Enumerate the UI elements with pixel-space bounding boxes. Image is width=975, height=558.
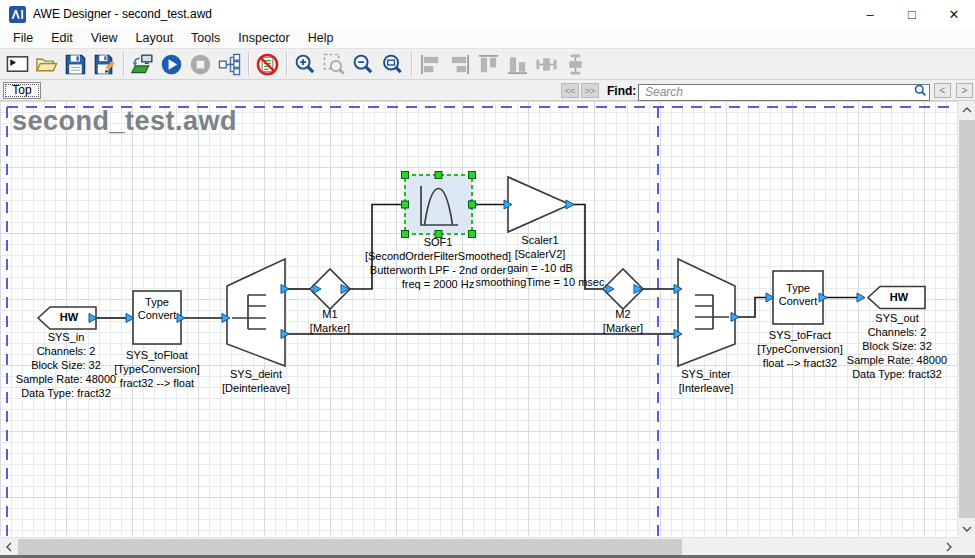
chevron-right-icon [946,542,952,552]
horizontal-scrollbar[interactable] [0,537,957,555]
label-line: Block Size: 32 [847,339,947,353]
window-title: AWE Designer - second_test.awd [33,7,212,21]
history-forward-button[interactable]: >> [581,83,599,98]
selection-handle[interactable] [469,201,476,208]
distribute-vertically-button[interactable] [561,50,590,78]
menu-inspector[interactable]: Inspector [229,29,298,47]
scroll-down-button[interactable] [958,520,975,537]
align-right-button[interactable] [445,50,474,78]
sys-tofract-shape-text: Type Convert [773,282,823,308]
menu-help[interactable]: Help [299,29,343,47]
label-line: SYS_toFloat [114,348,200,362]
close-button[interactable]: ✕ [933,0,975,28]
new-design-button[interactable] [3,50,32,78]
menu-layout[interactable]: Layout [127,29,183,47]
align-top-button[interactable] [474,50,503,78]
build-and-run-button[interactable] [157,50,186,78]
scrollbar-corner [957,537,975,555]
app-logo-icon [9,6,26,23]
zoom-out-icon [352,53,375,76]
selection-handle[interactable] [469,172,476,179]
stop-icon [189,53,212,76]
align-bottom-button[interactable] [503,50,532,78]
label-line: [TypeConversion] [757,342,843,356]
scroll-right-button[interactable] [940,538,957,556]
label-line: Sample Rate: 48000 [847,353,947,367]
menu-tools[interactable]: Tools [182,29,229,47]
toolbar-separator [248,52,249,76]
label-line: Channels: 2 [847,325,947,339]
open-design-button[interactable] [32,50,61,78]
label-line: SYS_in [16,330,116,344]
label-line: fract32 --> float [114,376,200,390]
zoom-selection-button[interactable] [320,50,349,78]
scroll-left-button[interactable] [0,538,17,556]
design-canvas[interactable]: second_test.awd HW Type Convert Type Con… [0,101,957,537]
align-right-icon [448,53,471,76]
label-line: [Marker] [603,321,643,335]
zoom-to-fit-button[interactable] [378,50,407,78]
distribute-vertical-icon [564,53,587,76]
open-folder-icon [35,53,58,76]
label-line: Sample Rate: 48000 [16,372,116,386]
sys-deint-label: SYS_deint [Deinterleave] [222,367,290,395]
new-design-icon [6,53,29,76]
label-line: float --> fract32 [757,356,843,370]
sys-in-shape-text: HW [46,311,92,324]
distribute-horizontally-button[interactable] [532,50,561,78]
toolbar-separator [411,52,412,76]
zoom-selection-icon [323,53,346,76]
profiling-disabled-button[interactable] [253,50,282,78]
label-line: SYS_out [847,311,947,325]
menubar: File Edit View Layout Tools Inspector He… [0,28,975,48]
minimize-button[interactable]: – [849,0,891,28]
chevron-up-icon [962,107,972,113]
label-line: Data Type: fract32 [847,367,947,381]
find-label: Find: [607,84,636,98]
zoom-out-button[interactable] [349,50,378,78]
save-button[interactable] [61,50,90,78]
propagate-changes-button[interactable] [215,50,244,78]
toolbar-separator [286,52,287,76]
save-as-button[interactable] [90,50,119,78]
toolbar-separator [123,52,124,76]
tab-top[interactable]: Top [3,82,41,99]
scroll-up-button[interactable] [958,101,975,118]
m1-label: M1 [Marker] [310,307,350,335]
label-line: SYS_inter [679,367,733,381]
history-back-button[interactable]: << [561,83,579,98]
selection-handle[interactable] [435,172,442,179]
selection-handle[interactable] [402,201,409,208]
sys-deint-block[interactable] [227,259,285,366]
label-line: gain = -10 dB [476,261,605,275]
maximize-button[interactable]: □ [891,0,933,28]
play-icon [160,53,183,76]
distribute-horizontal-icon [535,53,558,76]
vertical-scrollbar[interactable] [957,101,975,537]
zoom-in-button[interactable] [291,50,320,78]
selection-handle[interactable] [402,172,409,179]
menu-file[interactable]: File [4,29,42,47]
connect-to-target-button[interactable] [128,50,157,78]
stop-audio-button[interactable] [186,50,215,78]
menu-edit[interactable]: Edit [42,29,82,47]
vertical-scroll-thumb[interactable] [959,120,975,518]
label-line: Channels: 2 [16,344,116,358]
horizontal-scroll-thumb[interactable] [18,539,682,555]
label-line: [Deinterleave] [222,381,290,395]
scaler1-output-port[interactable] [566,200,574,209]
search-icon[interactable] [914,84,927,97]
find-prev-button[interactable]: < [934,83,951,98]
search-input[interactable] [638,84,930,101]
sys-out-shape-text: HW [876,291,922,304]
scaler1-block[interactable] [508,177,570,232]
sys-out-input-port[interactable] [857,293,865,302]
label-line: Scaler1 [476,233,605,247]
find-next-button[interactable]: > [956,83,973,98]
align-left-button[interactable] [416,50,445,78]
menu-view[interactable]: View [82,29,127,47]
sys-inter-block[interactable] [678,259,735,366]
sys-tofract-label: SYS_toFract [TypeConversion] float --> f… [757,328,843,370]
titlebar: AWE Designer - second_test.awd – □ ✕ [0,0,975,28]
search-box [638,82,930,99]
